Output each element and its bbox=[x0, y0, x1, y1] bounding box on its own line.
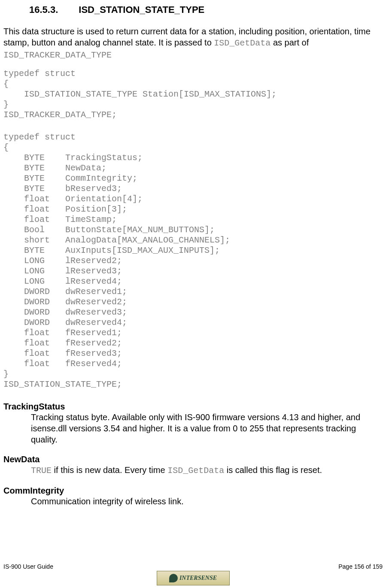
footer-left: IS-900 User Guide bbox=[3, 563, 53, 570]
logo-text: INTERSENSE bbox=[179, 575, 217, 582]
code-inline-getdata-2: ISD_GetData bbox=[167, 466, 224, 476]
field-name-new-data: NewData bbox=[3, 455, 383, 464]
code-inline-true: TRUE bbox=[31, 466, 52, 476]
intersense-logo: INTERSENSE bbox=[157, 571, 230, 585]
section-number: 16.5.3. bbox=[29, 4, 58, 15]
intro-text-before: This data structure is used to return cu… bbox=[3, 27, 371, 47]
code-block-station-state: typedef struct { BYTE TrackingStatus; BY… bbox=[3, 132, 383, 390]
intro-text-mid: as part of bbox=[271, 38, 309, 47]
new-data-text-1: if this is new data. Every time bbox=[52, 465, 167, 475]
field-name-tracking-status: TrackingStatus bbox=[3, 402, 383, 412]
code-inline-getdata: ISD_GetData bbox=[214, 38, 271, 48]
field-desc-tracking-status: Tracking status byte. Available only wit… bbox=[3, 412, 383, 445]
field-desc-new-data: TRUE if this is new data. Every time ISD… bbox=[3, 464, 383, 476]
page-footer: IS-900 User Guide Page 156 of 159 bbox=[3, 563, 383, 570]
code-inline-tracker-data-type: ISD_TRACKER_DATA_TYPE bbox=[3, 50, 112, 60]
new-data-text-2: is called this flag is reset. bbox=[224, 465, 322, 475]
logo-icon bbox=[169, 574, 178, 582]
footer-right: Page 156 of 159 bbox=[338, 563, 383, 570]
intro-paragraph: This data structure is used to return cu… bbox=[3, 26, 383, 61]
field-comm-integrity: CommIntegrity Communication integrity of… bbox=[3, 486, 383, 507]
field-new-data: NewData TRUE if this is new data. Every … bbox=[3, 455, 383, 476]
section-title: ISD_STATION_STATE_TYPE bbox=[79, 4, 204, 15]
code-block-tracker-data: typedef struct { ISD_STATION_STATE_TYPE … bbox=[3, 69, 383, 120]
field-name-comm-integrity: CommIntegrity bbox=[3, 486, 383, 496]
section-heading: 16.5.3.ISD_STATION_STATE_TYPE bbox=[3, 4, 383, 15]
field-tracking-status: TrackingStatus Tracking status byte. Ava… bbox=[3, 402, 383, 445]
field-desc-comm-integrity: Communication integrity of wireless link… bbox=[3, 496, 383, 507]
